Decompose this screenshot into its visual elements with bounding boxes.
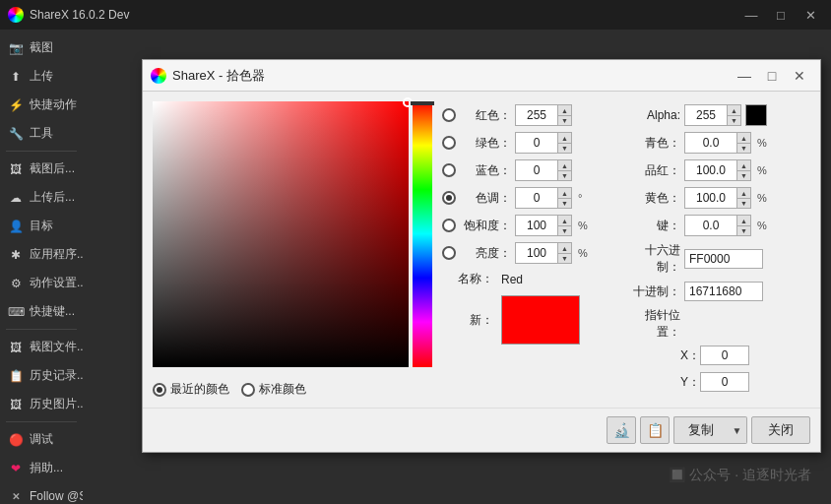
watermark: 🔲 公众号 · 追逐时光者 (669, 467, 811, 484)
sidebar-item-app[interactable]: ✱ 应用程序... (0, 240, 83, 269)
red-spin-up[interactable]: ▲ (557, 105, 571, 115)
brightness-spinners: ▲ ▼ (557, 243, 571, 263)
close-dialog-btn[interactable]: 关闭 (751, 416, 810, 444)
radio-saturation[interactable] (442, 219, 456, 232)
green-spin-up[interactable]: ▲ (557, 133, 571, 143)
radio-standard-dot[interactable] (241, 383, 255, 397)
magenta-spin-down[interactable]: ▼ (736, 170, 750, 180)
alpha-spin-up[interactable]: ▲ (727, 105, 740, 115)
blue-spin-down[interactable]: ▼ (557, 170, 571, 180)
decimal-input[interactable] (684, 282, 763, 301)
brightness-input[interactable] (516, 243, 557, 263)
y-input[interactable] (700, 372, 749, 392)
field-row-blue: 蓝色： ▲ ▼ (442, 157, 623, 184)
hue-slider[interactable] (413, 101, 432, 367)
key-spin-down[interactable]: ▼ (736, 225, 750, 235)
green-spin-down[interactable]: ▼ (557, 143, 571, 153)
yellow-input[interactable] (685, 188, 736, 208)
magenta-input[interactable] (685, 160, 736, 180)
main-title: ShareX 16.0.2 Dev (30, 8, 733, 22)
main-minimize-btn[interactable]: — (738, 5, 764, 25)
radio-standard[interactable]: 标准颜色 (241, 381, 306, 398)
sidebar-item-tools[interactable]: 🔧 工具 (0, 119, 83, 148)
capfiles-icon: 🖼 (8, 340, 24, 355)
sidebar-item-aftercap[interactable]: 🖼 截图后... (0, 155, 83, 183)
sidebar-label-hotkey: 快捷键... (30, 303, 75, 320)
main-close-btn[interactable]: ✕ (798, 5, 823, 25)
hue-input[interactable] (516, 188, 557, 208)
copy-group: 复制 ▼ (673, 416, 747, 444)
paste-btn[interactable]: 📋 (640, 416, 670, 444)
key-spinners: ▲ ▼ (736, 216, 750, 235)
sidebar-item-afterup[interactable]: ☁ 上传后... (0, 183, 83, 212)
sidebar-item-screenshot[interactable]: 📷 截图 (0, 33, 83, 62)
radio-blue[interactable] (442, 163, 456, 177)
sidebar-item-target[interactable]: 👤 目标 (0, 212, 83, 240)
sidebar-item-histimg[interactable]: 🖼 历史图片... (0, 390, 83, 418)
main-window: ShareX 16.0.2 Dev — □ ✕ 📷 截图 ⬆ 上传 ⚡ 快捷动作… (0, 0, 831, 504)
color-options-row: 最近的颜色 标准颜色 (153, 381, 409, 398)
magenta-spin-up[interactable]: ▲ (736, 160, 750, 170)
x-input[interactable] (700, 346, 749, 365)
cyan-unit: % (757, 137, 773, 149)
cyan-input[interactable] (685, 133, 736, 153)
dialog-maximize-btn[interactable]: □ (759, 65, 785, 87)
sidebar-item-upload[interactable]: ⬆ 上传 (0, 62, 83, 91)
radio-red[interactable] (442, 108, 456, 122)
sidebar-item-quickaction[interactable]: ⚡ 快捷动作 (0, 91, 83, 119)
copy-dropdown-btn[interactable]: ▼ (728, 416, 747, 444)
name-row: 名称： Red (442, 267, 623, 291)
dialog-titlebar: ShareX - 拾色器 — □ ✕ (143, 60, 820, 92)
radio-brightness[interactable] (442, 246, 456, 260)
eyedropper-btn[interactable]: 🔬 (607, 416, 636, 444)
yellow-spin-down[interactable]: ▼ (736, 198, 750, 208)
blue-spin-up[interactable]: ▲ (557, 160, 571, 170)
radio-recent-dot[interactable] (153, 383, 166, 397)
dialog-close-btn[interactable]: ✕ (787, 65, 812, 87)
green-input[interactable] (516, 133, 557, 153)
copy-btn[interactable]: 复制 (673, 416, 728, 444)
sidebar-item-debug[interactable]: 🔴 调试 (0, 425, 83, 454)
saturation-spin-down[interactable]: ▼ (557, 225, 571, 235)
brightness-spin-down[interactable]: ▼ (557, 253, 571, 263)
saturation-input[interactable] (516, 216, 557, 235)
gradient-brightness (153, 101, 409, 367)
sidebar-item-action[interactable]: ⚙ 动作设置... (0, 269, 83, 297)
sidebar-item-capfiles[interactable]: 🖼 截图文件... (0, 333, 83, 361)
hue-input-group: ▲ ▼ (515, 187, 572, 209)
blue-input[interactable] (516, 160, 557, 180)
red-spin-down[interactable]: ▼ (557, 115, 571, 125)
alpha-input[interactable] (685, 105, 727, 125)
sidebar-label-capfiles: 截图文件... (30, 339, 83, 355)
alpha-spin-down[interactable]: ▼ (727, 115, 740, 125)
brightness-spin-up[interactable]: ▲ (557, 243, 571, 253)
sidebar-item-follow[interactable]: ✕ Follow @ShareX... (0, 482, 83, 504)
cyan-spin-down[interactable]: ▼ (736, 143, 750, 153)
radio-recent[interactable]: 最近的颜色 (153, 381, 229, 398)
new-label: 新： (442, 312, 493, 329)
sidebar-item-hotkey[interactable]: ⌨ 快捷键... (0, 297, 83, 326)
sidebar-item-donate[interactable]: ❤ 捐助... (0, 454, 83, 482)
main-maximize-btn[interactable]: □ (768, 5, 794, 25)
hue-spin-up[interactable]: ▲ (557, 188, 571, 198)
cursor-x-row: X： (680, 344, 810, 367)
hex-input[interactable] (684, 249, 763, 269)
yellow-spin-up[interactable]: ▲ (736, 188, 750, 198)
decimal-label: 十进制： (629, 284, 680, 300)
sidebar-label-donate: 捐助... (30, 460, 63, 476)
hue-spin-down[interactable]: ▼ (557, 198, 571, 208)
cyan-spin-up[interactable]: ▲ (736, 133, 750, 143)
key-spin-up[interactable]: ▲ (736, 216, 750, 225)
key-label: 键： (629, 218, 680, 234)
gradient-picker[interactable] (153, 101, 409, 367)
main-content: 📷 截图 ⬆ 上传 ⚡ 快捷动作 🔧 工具 🖼 截图后... ☁ (0, 30, 831, 504)
quickaction-icon: ⚡ (8, 97, 24, 113)
key-input[interactable] (685, 216, 736, 235)
dialog-app-icon (151, 68, 166, 84)
radio-hue[interactable] (442, 191, 456, 205)
sidebar-item-history[interactable]: 📋 历史记录... (0, 361, 83, 390)
red-input[interactable] (516, 105, 557, 125)
radio-green[interactable] (442, 136, 456, 150)
saturation-spin-up[interactable]: ▲ (557, 216, 571, 225)
dialog-minimize-btn[interactable]: — (732, 65, 757, 87)
